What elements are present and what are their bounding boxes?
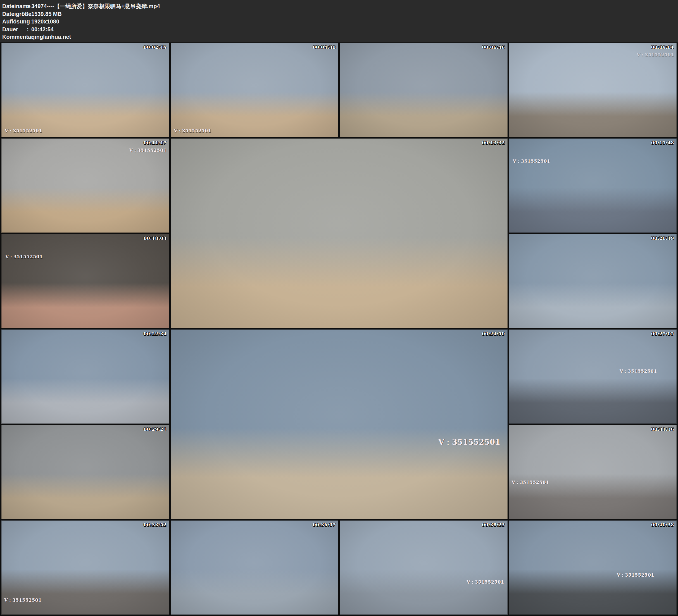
watermark-text: V：351552501 — [466, 579, 504, 585]
video-frame-thumbnail: 00:27:05 V：351552501 — [509, 330, 677, 424]
watermark-text: V：351552501 — [512, 480, 549, 486]
resolution-value: 1920x1080 — [31, 18, 678, 26]
timestamp-overlay: 00:29:21 — [144, 427, 167, 432]
video-frame-thumbnail: 00:15:48 V：351552501 — [509, 139, 677, 233]
duration-label: Dauer — [2, 26, 27, 34]
file-info-row-duration: Dauer : 00:42:54 — [2, 26, 678, 34]
watermark-text: V：351552501 — [513, 159, 550, 164]
watermark-text: V：351552501 — [637, 52, 674, 58]
separator: : — [27, 10, 31, 18]
timestamp-overlay: 00:38:23 — [482, 522, 505, 528]
watermark-text: V：351552501 — [5, 254, 43, 260]
filename-label: Dateiname — [2, 2, 27, 10]
timestamp-overlay: 00:31:36 — [651, 427, 674, 432]
video-frame-thumbnail: 00:38:23 V：351552501 — [340, 521, 507, 615]
watermark-text: V：351552501 — [4, 598, 42, 604]
video-frame-thumbnail: 00:22:34 — [1, 330, 169, 424]
filesize-label: Dateigröße — [2, 10, 27, 18]
separator: : — [27, 26, 31, 34]
timestamp-overlay: 00:36:07 — [313, 522, 336, 528]
video-frame-thumbnail: 00:04:30 V：351552501 — [171, 43, 339, 137]
video-frame-thumbnail: 00:13:32 — [171, 139, 507, 328]
file-info-row-filesize: Dateigröße : 1539.85 MB — [2, 10, 678, 18]
duration-value: 00:42:54 — [31, 26, 678, 34]
timestamp-overlay: 00:22:34 — [144, 331, 167, 337]
timestamp-overlay: 00:33:52 — [144, 522, 167, 528]
file-info-header: Dateiname : 34974----【一绳所爱】奈奈极限驷马+悬吊挠痒.m… — [0, 0, 678, 42]
video-frame-thumbnail: 00:36:07 — [171, 521, 339, 615]
comment-value: qinglanhua.net — [31, 33, 678, 41]
watermark-text: V：351552501 — [438, 437, 501, 447]
video-frame-thumbnail: 00:24:50 V：351552501 — [171, 330, 507, 519]
video-frame-thumbnail: 00:40:38 V：351552501 — [509, 521, 677, 615]
contact-sheet: { "header": { "rows": [ { "label": "Date… — [0, 0, 678, 616]
watermark-text: V：351552501 — [129, 148, 166, 154]
video-frame-thumbnail: 00:18:03 V：351552501 — [1, 234, 169, 328]
timestamp-overlay: 00:11:17 — [144, 140, 167, 146]
video-frame-thumbnail: 00:06:46 — [340, 43, 507, 137]
timestamp-overlay: 00:24:50 — [482, 331, 505, 337]
separator: : — [27, 2, 31, 10]
timestamp-overlay: 00:13:32 — [482, 140, 505, 146]
watermark-text: V：351552501 — [174, 128, 212, 134]
filesize-value: 1539.85 MB — [31, 10, 678, 18]
video-frame-thumbnail: 00:31:36 V：351552501 — [509, 425, 677, 519]
timestamp-overlay: 00:40:38 — [651, 522, 674, 528]
timestamp-overlay: 00:20:19 — [651, 236, 674, 241]
video-frame-thumbnail: 00:29:21 — [1, 425, 169, 519]
watermark-text: V：351552501 — [619, 369, 657, 375]
timestamp-overlay: 00:02:15 — [144, 45, 167, 50]
watermark-text: V：351552501 — [5, 128, 42, 134]
scene-preview-grid: 00:02:15 V：351552501 00:04:30 V：35155250… — [0, 42, 678, 616]
timestamp-overlay: 00:04:30 — [313, 45, 336, 50]
file-info-row-resolution: Auflösung : 1920x1080 — [2, 18, 678, 26]
separator: : — [27, 18, 31, 26]
video-frame-thumbnail: 00:02:15 V：351552501 — [1, 43, 169, 137]
comment-label: Kommentar — [2, 33, 27, 41]
timestamp-overlay: 00:18:03 — [144, 236, 167, 241]
filename-value: 34974----【一绳所爱】奈奈极限驷马+悬吊挠痒.mp4 — [31, 2, 678, 10]
file-info-row-comment: Kommentar : qinglanhua.net — [2, 33, 678, 41]
separator: : — [27, 33, 31, 41]
video-frame-thumbnail: 00:09:01 V：351552501 — [509, 43, 677, 137]
video-frame-thumbnail: 00:33:52 V：351552501 — [1, 521, 169, 615]
video-frame-thumbnail: 00:20:19 — [509, 234, 677, 328]
resolution-label: Auflösung — [2, 18, 27, 26]
timestamp-overlay: 00:09:01 — [651, 45, 674, 50]
timestamp-overlay: 00:06:46 — [482, 45, 505, 50]
video-frame-thumbnail: 00:11:17 V：351552501 — [1, 139, 169, 233]
timestamp-overlay: 00:15:48 — [651, 140, 674, 146]
file-info-row-filename: Dateiname : 34974----【一绳所爱】奈奈极限驷马+悬吊挠痒.m… — [2, 2, 678, 10]
watermark-text: V：351552501 — [617, 572, 654, 578]
timestamp-overlay: 00:27:05 — [651, 331, 674, 337]
